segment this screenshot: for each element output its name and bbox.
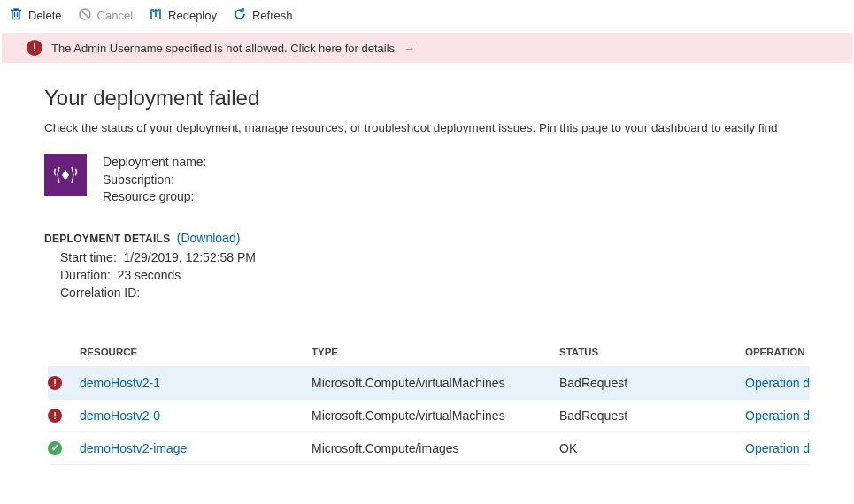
error-banner[interactable]: ! The Admin Username specified is not al…: [2, 33, 852, 63]
start-time-value: 1/29/2019, 12:52:58 PM: [124, 250, 256, 264]
operation-details-link[interactable]: Operation d: [745, 409, 810, 423]
resource-status: BadRequest: [559, 376, 745, 390]
deployment-summary: Deployment name: Subscription: Resource …: [44, 154, 810, 206]
details-body: Start time: 1/29/2019, 12:52:58 PM Durat…: [60, 248, 810, 302]
resource-link[interactable]: demoHostv2-image: [80, 441, 312, 455]
resource-group-label: Resource group:: [103, 188, 207, 206]
resource-type: Microsoft.Compute/virtualMachines: [312, 409, 559, 423]
resource-status: OK: [559, 441, 745, 455]
cancel-button: Cancel: [78, 7, 133, 24]
operation-details-link[interactable]: Operation d: [745, 376, 810, 390]
deployment-details-section: DEPLOYMENT DETAILS (Download) Start time…: [44, 231, 810, 302]
col-type: Type: [312, 347, 559, 357]
deployment-meta: Deployment name: Subscription: Resource …: [103, 154, 207, 206]
refresh-button[interactable]: Refresh: [233, 7, 293, 24]
content-area: Your deployment failed Check the status …: [0, 65, 854, 465]
page-subtitle: Check the status of your deployment, man…: [44, 121, 810, 134]
upload-icon: [149, 7, 163, 24]
resource-status: BadRequest: [559, 409, 745, 423]
status-error-icon: !: [48, 376, 62, 390]
operation-details-link[interactable]: Operation d: [745, 441, 810, 455]
deployment-name-label: Deployment name:: [103, 154, 207, 172]
start-time-label: Start time:: [60, 250, 117, 264]
duration-label: Duration:: [60, 268, 111, 282]
correlation-row: Correlation ID:: [60, 284, 810, 302]
start-time-row: Start time: 1/29/2019, 12:52:58 PM: [60, 248, 810, 266]
resource-type: Microsoft.Compute/virtualMachines: [312, 376, 559, 390]
cancel-icon: [78, 7, 92, 24]
table-row[interactable]: ! demoHostv2-1 Microsoft.Compute/virtual…: [48, 367, 810, 400]
page-title: Your deployment failed: [44, 86, 810, 111]
delete-button[interactable]: Delete: [9, 7, 62, 24]
cancel-label: Cancel: [97, 9, 133, 22]
status-ok-icon: ✓: [48, 441, 62, 455]
table-row[interactable]: ! demoHostv2-0 Microsoft.Compute/virtual…: [48, 400, 810, 432]
details-header: DEPLOYMENT DETAILS: [44, 233, 171, 245]
col-status: Status: [559, 347, 745, 357]
refresh-icon: [233, 7, 247, 24]
table-row[interactable]: ✓ demoHostv2-image Microsoft.Compute/ima…: [48, 432, 810, 465]
trash-icon: [9, 7, 23, 24]
duration-row: Duration: 23 seconds: [60, 266, 810, 284]
redeploy-label: Redeploy: [168, 9, 217, 22]
subscription-label: Subscription:: [103, 172, 207, 189]
resource-type: Microsoft.Compute/images: [312, 441, 559, 455]
table-header: Resource Type Status Operation: [48, 338, 810, 367]
resource-link[interactable]: demoHostv2-1: [80, 376, 312, 390]
delete-label: Delete: [28, 9, 62, 22]
arm-template-icon: [44, 154, 87, 196]
resources-table: Resource Type Status Operation ! demoHos…: [48, 338, 810, 465]
command-bar: Delete Cancel Redeploy Refresh: [0, 0, 854, 31]
download-link[interactable]: (Download): [177, 231, 241, 245]
col-resource: Resource: [80, 347, 312, 357]
col-operation: Operation: [745, 347, 810, 357]
refresh-label: Refresh: [252, 9, 293, 22]
duration-value: 23 seconds: [118, 268, 181, 282]
status-error-icon: !: [48, 409, 62, 423]
arrow-right-icon: →: [404, 42, 415, 55]
error-banner-text: The Admin Username specified is not allo…: [51, 42, 395, 55]
redeploy-button[interactable]: Redeploy: [149, 7, 217, 24]
resource-link[interactable]: demoHostv2-0: [80, 409, 312, 423]
correlation-label: Correlation ID:: [60, 286, 140, 300]
error-icon: !: [27, 40, 42, 56]
